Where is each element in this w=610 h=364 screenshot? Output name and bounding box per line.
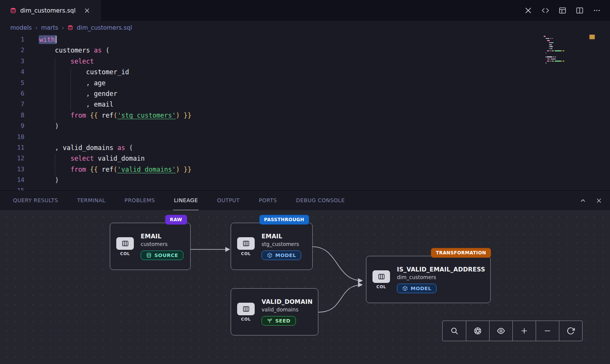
- column-type-label: COL: [241, 251, 251, 256]
- node-title: IS_VALID_EMAIL_ADDRESS: [397, 266, 485, 273]
- panel-tab-lineage[interactable]: LINEAGE: [173, 191, 199, 210]
- sparkle-x-icon[interactable]: [524, 6, 532, 14]
- code-area[interactable]: 1with2 customers as (3 select4 customer_…: [0, 34, 610, 190]
- panel-tab-terminal[interactable]: TERMINAL: [76, 191, 106, 210]
- column-icon: [116, 237, 134, 250]
- panel-actions: [580, 197, 602, 204]
- code-line[interactable]: 10: [0, 132, 610, 142]
- code-line[interactable]: 9 ): [0, 121, 610, 131]
- breadcrumb-item-file[interactable]: dim_customers.sql: [77, 24, 132, 31]
- lineage-node-dim-customers[interactable]: TRANSFORMATION COL IS_VALID_EMAIL_ADDRES…: [366, 256, 491, 303]
- lineage-node-valid-domains[interactable]: COL VALID_DOMAIN valid_domains SEED: [231, 288, 318, 335]
- badge-label: MODEL: [275, 252, 296, 258]
- node-badge-source[interactable]: SOURCE: [141, 251, 183, 260]
- line-number: 9: [0, 121, 24, 131]
- node-subtitle: valid_domains: [262, 307, 313, 313]
- editor-tab-bar: dim_customers.sql ×: [0, 0, 610, 21]
- table-icon[interactable]: [559, 6, 567, 14]
- code-line[interactable]: 11 , valid_domains as (: [0, 142, 610, 153]
- database-icon: [146, 252, 152, 258]
- breadcrumb-item-marts[interactable]: marts: [41, 24, 58, 31]
- zoom-in-icon[interactable]: [512, 321, 536, 341]
- code-line[interactable]: 12 select valid_domain: [0, 153, 610, 164]
- node-subtitle: dim_customers: [397, 274, 485, 280]
- code-line[interactable]: 2 customers as (: [0, 45, 610, 56]
- tab-title: dim_customers.sql: [20, 7, 75, 14]
- node-subtitle: customers: [141, 241, 183, 247]
- code-line[interactable]: 3 select: [0, 56, 610, 67]
- lineage-edge: [318, 285, 362, 312]
- search-icon[interactable]: [443, 321, 466, 341]
- refresh-icon[interactable]: [559, 321, 582, 341]
- code-line[interactable]: 15: [0, 185, 610, 190]
- node-badge-model[interactable]: MODEL: [262, 251, 301, 260]
- code-icon[interactable]: [541, 6, 549, 14]
- column-icon: [372, 270, 390, 283]
- lineage-canvas[interactable]: RAW COL EMAIL customers SOURCE: [0, 210, 610, 364]
- database-icon: [10, 7, 16, 14]
- column-indicator: COL: [237, 237, 255, 256]
- line-number: 2: [0, 45, 24, 56]
- node-title: EMAIL: [141, 233, 183, 240]
- panel-tab-ports[interactable]: PORTS: [258, 191, 278, 210]
- breadcrumb: models › marts › dim_customers.sql: [0, 21, 610, 34]
- node-title: VALID_DOMAIN: [262, 299, 313, 305]
- column-type-label: COL: [376, 284, 386, 289]
- code-line[interactable]: 1with: [0, 34, 610, 45]
- zoom-out-icon[interactable]: [536, 321, 559, 341]
- code-line[interactable]: 6 , gender: [0, 88, 610, 99]
- line-number: 13: [0, 164, 24, 175]
- line-number: 7: [0, 99, 24, 110]
- lineage-node-customers-email[interactable]: RAW COL EMAIL customers SOURCE: [110, 223, 191, 270]
- panel-tab-debug-console[interactable]: DEBUG CONSOLE: [295, 191, 345, 210]
- panel-close-icon[interactable]: [596, 197, 602, 204]
- editor-tab[interactable]: dim_customers.sql ×: [0, 0, 101, 21]
- panel-tabs: QUERY RESULTSTERMINALPROBLEMSLINEAGEOUTP…: [12, 191, 345, 210]
- cube-icon: [267, 252, 273, 258]
- eye-icon[interactable]: [489, 321, 512, 341]
- column-indicator: COL: [237, 303, 255, 321]
- badge-label: MODEL: [411, 286, 431, 291]
- ellipsis-icon[interactable]: [593, 6, 601, 14]
- node-badge-model[interactable]: MODEL: [397, 284, 437, 293]
- breadcrumb-separator: ›: [62, 24, 64, 31]
- chevron-up-icon[interactable]: [580, 197, 586, 204]
- breadcrumb-item-models[interactable]: models: [10, 24, 32, 31]
- code-line[interactable]: 5 , age: [0, 78, 610, 88]
- panel-tab-query-results[interactable]: QUERY RESULTS: [12, 191, 59, 210]
- indent-guide: [55, 154, 55, 176]
- code-line[interactable]: 8 from {{ ref('stg_customers') }}: [0, 110, 610, 121]
- column-type-label: COL: [241, 317, 251, 321]
- column-icon: [237, 237, 255, 250]
- panel-tab-problems[interactable]: PROBLEMS: [124, 191, 156, 210]
- code-line[interactable]: 7 , email: [0, 99, 610, 110]
- tab-close-icon[interactable]: ×: [84, 7, 90, 14]
- line-number: 11: [0, 142, 24, 153]
- node-title: EMAIL: [262, 233, 301, 240]
- line-number: 4: [0, 67, 24, 77]
- split-editor-icon[interactable]: [576, 6, 584, 14]
- code-line[interactable]: 4 customer_id: [0, 67, 610, 77]
- cube-icon: [402, 286, 408, 291]
- seedling-icon: [267, 318, 273, 324]
- aperture-icon[interactable]: [466, 321, 489, 341]
- column-indicator: COL: [372, 270, 390, 289]
- line-number: 3: [0, 56, 24, 67]
- app-window: dim_customers.sql × models › marts › dim…: [0, 0, 610, 364]
- code-line[interactable]: 13 from {{ ref('valid_domains') }}: [0, 164, 610, 175]
- database-icon: [67, 25, 73, 30]
- line-number: 8: [0, 110, 24, 121]
- code-editor[interactable]: 1with2 customers as (3 select4 customer_…: [0, 34, 610, 190]
- code-line[interactable]: 14 ): [0, 175, 610, 185]
- node-badge-seed[interactable]: SEED: [262, 316, 296, 326]
- lineage-node-stg-customers-email[interactable]: PASSTHROUGH COL EMAIL stg_customers MODE…: [231, 223, 313, 270]
- panel-tab-output[interactable]: OUTPUT: [216, 191, 240, 210]
- minimap-marker: [589, 35, 595, 39]
- badge-label: SOURCE: [154, 252, 178, 258]
- lineage-edge: [313, 247, 362, 281]
- minimap[interactable]: [544, 35, 583, 66]
- node-subtitle: stg_customers: [262, 241, 301, 247]
- indent-guide: [55, 57, 55, 121]
- panel-tab-bar: QUERY RESULTSTERMINALPROBLEMSLINEAGEOUTP…: [0, 190, 610, 210]
- node-tag-passthrough: PASSTHROUGH: [259, 215, 309, 225]
